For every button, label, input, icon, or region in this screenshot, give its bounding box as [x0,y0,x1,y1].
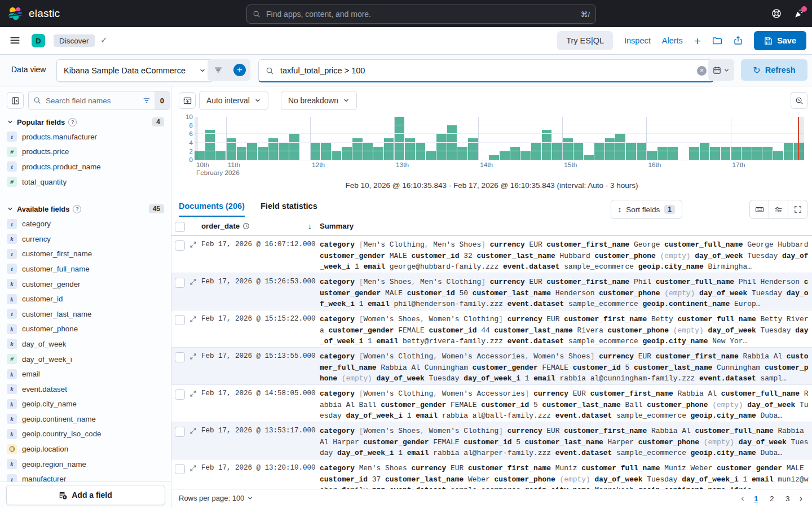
clear-query-icon[interactable]: ✕ [697,66,707,76]
save-button[interactable]: Save [754,31,806,50]
field-item-email[interactable]: kemail [7,366,164,382]
chevron-down-icon [199,67,206,74]
rows-per-page-dropdown[interactable]: Rows per page: 100 [179,494,253,502]
field-search-box[interactable]: 0 [28,91,170,110]
field-item-geoip.country_iso_code[interactable]: kgeoip.country_iso_code [7,427,164,442]
collapse-sidebar-button[interactable] [7,92,24,109]
global-search-bar[interactable]: ⌘/ [246,5,596,24]
refresh-button[interactable]: ↻ Refresh [741,59,807,81]
sort-fields-button[interactable]: ↕ Sort fields 1 [611,200,682,219]
save-button-label: Save [777,36,796,45]
expand-document-icon[interactable] [189,465,197,472]
search-session-button[interactable] [791,92,807,109]
x-tick-label: 11th [226,161,240,169]
auto-interval-dropdown[interactable]: Auto interval [199,91,268,110]
available-fields-header[interactable]: Available fields ? 45 [7,202,164,216]
sort-direction-icon[interactable]: ↓ [308,222,312,231]
keyboard-shortcuts-icon[interactable] [750,200,769,218]
histogram-bar [584,155,594,160]
next-page-icon[interactable]: › [798,493,804,503]
geo-point-field-icon [7,444,17,454]
tab-documents[interactable]: Documents (206) [179,202,245,217]
expand-document-icon[interactable] [189,241,197,248]
display-options-icon[interactable] [769,200,788,218]
field-item-customer_phone[interactable]: kcustomer_phone [7,322,164,337]
field-item-customer_first_name[interactable]: tcustomer_first_name [7,247,164,262]
page-3[interactable]: 3 [781,494,795,503]
filter-funnel-icon[interactable] [208,59,229,81]
breakdown-dropdown[interactable]: No breakdown [281,91,357,110]
add-field-button[interactable]: Add a field [6,485,165,505]
field-item-geoip.location[interactable]: geoip.location [7,441,164,457]
query-input[interactable] [279,65,692,76]
y-tick-label: 8 [189,122,193,129]
expand-document-icon[interactable] [189,390,197,397]
elastic-logo[interactable]: elastic [8,6,60,21]
field-item-customer_gender[interactable]: kcustomer_gender [7,277,164,292]
histogram-bar [721,147,731,160]
field-item-day_of_week_i[interactable]: #day_of_week_i [7,352,164,367]
inspect-link[interactable]: Inspect [624,36,651,45]
keyword-field-icon: k [7,384,17,394]
tab-field-statistics[interactable]: Field statistics [261,202,317,217]
field-item-event.dataset[interactable]: kevent.dataset [7,382,164,397]
field-item-geoip.city_name[interactable]: kgeoip.city_name [7,397,164,412]
row-checkbox[interactable] [175,464,185,474]
field-item-customer_full_name[interactable]: tcustomer_full_name [7,261,164,277]
breadcrumb-discover[interactable]: Discover [54,34,95,47]
expand-document-icon[interactable] [189,316,197,323]
global-search-input[interactable] [265,9,576,19]
column-header-order-date[interactable]: order_date [201,222,250,230]
expand-document-icon[interactable] [189,353,197,360]
pagination: ‹ 123 › [739,493,804,503]
field-filter-funnel-icon[interactable] [139,97,155,104]
new-session-plus-icon[interactable]: + [694,35,701,47]
field-search-input[interactable] [45,96,135,106]
open-folder-icon[interactable] [712,36,722,46]
field-item-products.product_name[interactable]: tproducts.product_name [7,159,164,174]
field-item-currency[interactable]: kcurrency [7,231,164,247]
document-row: Feb 17, 2026 @ 16:07:12.000category [Men… [171,236,812,273]
popular-fields-label: Popular fields [17,118,65,126]
expand-document-icon[interactable] [189,427,197,435]
y-tick-label: 10 [186,113,193,120]
field-item-category[interactable]: tcategory [7,216,164,231]
page-2[interactable]: 2 [765,494,779,503]
page-1[interactable]: 1 [749,494,763,503]
data-view-select[interactable]: Kibana Sample Data eCommerce [56,59,213,82]
row-checkbox[interactable] [175,389,185,400]
field-item-total_quantity[interactable]: #total_quantity [7,174,164,190]
edit-histogram-button[interactable] [179,92,196,109]
row-checkbox[interactable] [175,240,185,251]
field-name: geoip.continent_name [22,415,96,423]
help-question-icon: ? [68,118,77,126]
field-item-manufacturer[interactable]: tmanufacturer [7,471,164,482]
try-esql-button[interactable]: Try ES|QL [557,31,613,50]
space-avatar[interactable]: D [32,34,45,47]
field-item-day_of_week[interactable]: kday_of_week [7,336,164,352]
row-checkbox[interactable] [175,315,185,325]
row-checkbox[interactable] [175,352,185,362]
field-item-products.price[interactable]: #products.price [7,144,164,160]
expand-document-icon[interactable] [189,278,197,286]
row-checkbox[interactable] [175,278,185,288]
field-item-geoip.continent_name[interactable]: kgeoip.continent_name [7,411,164,427]
row-checkbox[interactable] [175,427,185,437]
popular-fields-header[interactable]: Popular fields ? 4 [7,115,164,129]
share-icon[interactable] [734,36,743,45]
previous-page-icon[interactable]: ‹ [739,493,745,503]
select-all-checkbox[interactable] [175,222,185,232]
menu-hamburger-icon[interactable] [10,35,20,46]
add-filter-button[interactable]: + [229,59,250,81]
help-icon[interactable] [771,8,782,19]
news-party-popper-icon[interactable] [794,8,804,19]
field-item-geoip.region_name[interactable]: kgeoip.region_name [7,457,164,472]
fullscreen-icon[interactable] [788,200,807,218]
field-item-products.manufacturer[interactable]: tproducts.manufacturer [7,129,164,144]
field-item-customer_last_name[interactable]: tcustomer_last_name [7,306,164,322]
query-input-bar[interactable]: ✕ [258,59,714,82]
alerts-link[interactable]: Alerts [662,36,683,45]
x-tick-label: 16th [646,161,661,169]
date-picker-button[interactable] [708,59,734,81]
field-item-customer_id[interactable]: kcustomer_id [7,291,164,306]
